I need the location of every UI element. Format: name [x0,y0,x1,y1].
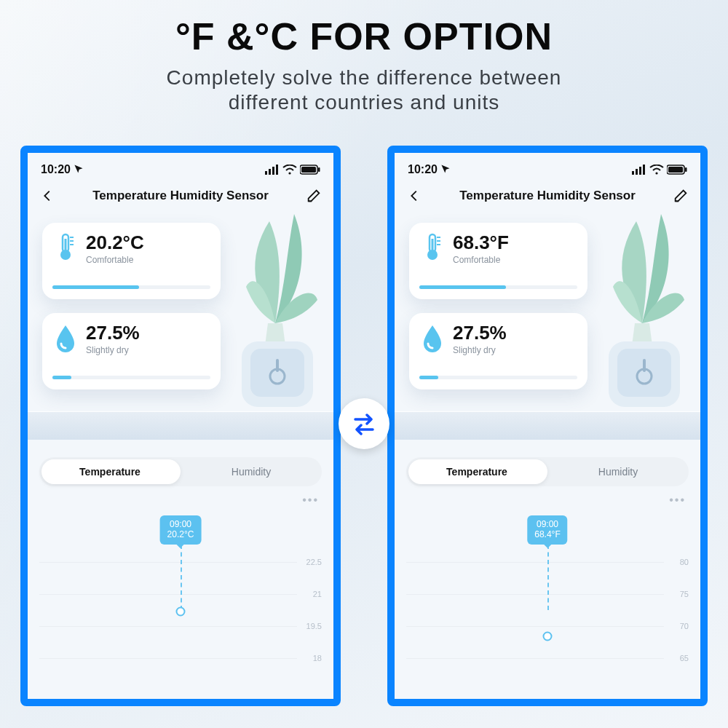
temperature-card[interactable]: 68.3°F Comfortable [409,223,587,299]
svg-rect-31 [643,359,646,372]
svg-rect-29 [617,349,671,397]
cellular-icon [265,165,280,175]
temperature-chart: 22.5 21 19.5 18 09:00 20.2°C [39,511,322,671]
location-icon [440,164,451,174]
cellular-icon [632,165,646,175]
hero-area: 68.3°F Comfortable 27.5% Slightly dry [395,214,700,440]
sensor-device-illustration [604,334,684,414]
temperature-status: Comfortable [86,255,144,265]
svg-rect-7 [318,167,320,172]
svg-rect-12 [276,359,279,372]
chart-point [176,606,186,616]
svg-rect-22 [643,165,645,175]
battery-icon [667,165,687,175]
svg-rect-0 [265,171,267,175]
svg-rect-1 [269,169,271,175]
status-bar: 10:20 [28,153,333,182]
swap-units-icon [339,398,389,449]
edit-icon[interactable] [306,188,322,204]
chart-tooltip: 09:00 68.4°F [527,515,567,545]
humidity-value: 27.5% [453,323,507,342]
svg-point-23 [655,172,657,174]
chart-point [543,632,553,641]
chart-stem [181,545,182,610]
temperature-value: 68.3°F [453,233,509,252]
svg-rect-3 [276,165,278,175]
temperature-status: Comfortable [453,255,509,265]
status-time: 10:20 [408,163,438,175]
humidity-status: Slightly dry [453,345,507,355]
more-icon[interactable]: ••• [28,486,333,507]
phone-screen-fahrenheit: 10:20 Temperature Humidity Sensor [387,146,708,706]
phone-screen-celsius: 10:20 Temperature Humidity Sensor [20,146,341,706]
svg-rect-34 [432,239,434,253]
droplet-icon [419,323,446,352]
droplet-icon [52,323,79,352]
humidity-value: 27.5% [86,323,140,342]
humidity-card[interactable]: 27.5% Slightly dry [409,313,587,389]
svg-point-4 [288,172,290,174]
svg-rect-6 [301,167,316,173]
chart-stem [547,545,549,610]
back-icon[interactable] [406,188,422,204]
segmented-control[interactable]: Temperature Humidity [39,457,322,486]
page-title: Temperature Humidity Sensor [92,189,269,203]
svg-rect-15 [65,239,67,253]
svg-rect-10 [250,349,304,397]
status-bar: 10:20 [395,153,700,182]
edit-icon[interactable] [673,188,689,204]
temperature-bar [52,285,210,289]
temperature-card[interactable]: 20.2°C Comfortable [42,223,221,299]
sensor-device-illustration [237,334,317,414]
headline: °F &°C FOR OPTION [0,15,728,58]
thermometer-icon [419,233,446,262]
shelf [395,412,700,440]
temperature-value: 20.2°C [86,233,144,252]
wifi-icon [649,165,664,175]
thermometer-icon [52,233,79,262]
battery-icon [300,165,320,175]
promo-card: °F &°C FOR OPTION Completely solve the d… [0,0,728,728]
location-icon [74,164,84,174]
svg-rect-21 [639,167,641,175]
segmented-control[interactable]: Temperature Humidity [406,457,689,486]
temperature-chart: 80 75 70 65 09:00 68.4°F [406,511,689,671]
humidity-card[interactable]: 27.5% Slightly dry [42,313,221,389]
svg-rect-19 [632,171,634,175]
svg-rect-26 [685,167,687,172]
back-icon[interactable] [39,188,55,204]
temperature-bar [419,285,577,289]
tab-temperature[interactable]: Temperature [406,457,547,486]
tab-humidity[interactable]: Humidity [547,457,689,486]
shelf [28,412,333,440]
tab-humidity[interactable]: Humidity [181,457,322,486]
tab-temperature[interactable]: Temperature [39,457,181,486]
hero-area: 20.2°C Comfortable 27.5% Slightly dry [28,214,333,440]
humidity-status: Slightly dry [86,345,140,355]
status-time: 10:20 [41,163,71,175]
humidity-bar [419,376,577,379]
wifi-icon [282,165,297,175]
svg-rect-20 [636,169,638,175]
chart-tooltip: 09:00 20.2°C [160,515,202,545]
svg-rect-2 [272,167,274,175]
page-title: Temperature Humidity Sensor [459,189,636,203]
svg-rect-25 [668,167,683,173]
humidity-bar [52,376,210,379]
more-icon[interactable]: ••• [395,486,700,507]
sub-headline: Completely solve the difference between … [0,66,728,115]
